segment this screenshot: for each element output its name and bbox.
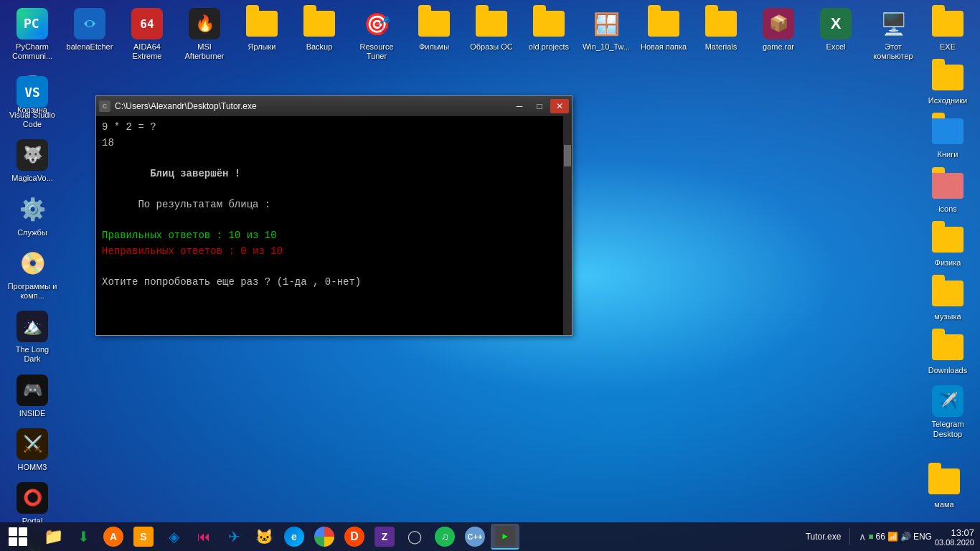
desktop-icon-thedark[interactable]: 🏔️ The Long Dark <box>4 306 61 368</box>
desktop-icon-resource[interactable]: 🎯 Resource Tuner <box>348 4 405 65</box>
cmd-scrollbar[interactable] <box>563 116 572 335</box>
desktop-icon-msi[interactable]: 🔥 MSI Afterburner <box>176 4 233 65</box>
cmd-minimize-button[interactable]: ─ <box>510 99 529 113</box>
svg-text:PC: PC <box>24 16 39 31</box>
cmd-window[interactable]: C C:\Users\Alexandr\Desktop\Tutor.exe ─ … <box>95 95 573 336</box>
cmd-line-correct: Правильных ответов : 10 из 10 <box>102 229 566 243</box>
icon-label-thedark: The Long Dark <box>6 345 58 364</box>
tray-network[interactable]: 📶 <box>887 532 898 542</box>
cmd-scrollbar-thumb <box>564 145 571 166</box>
desktop-icon-sources[interactable]: Исходники <box>919 57 976 110</box>
desktop-icon-gamenar[interactable]: 📦 game.rar <box>750 4 807 65</box>
icon-label-programs: Программы и комп... <box>6 282 58 301</box>
desktop-icon-homm3[interactable]: ⚔️ HOMM3 <box>4 424 61 476</box>
cmd-line-wrong: Неправильных ответов : 0 из 10 <box>102 245 566 259</box>
taskbar-item-app1[interactable]: ◯ <box>400 524 429 550</box>
desktop-icon-mama[interactable]: мама <box>915 461 973 514</box>
taskbar-item-edge[interactable]: e <box>280 524 308 550</box>
taskbar-item-media[interactable]: ⏮ <box>189 524 218 550</box>
taskbar-item-foobar[interactable]: 🐱 <box>250 524 278 550</box>
tray-up-arrow[interactable]: ∧ <box>859 531 866 542</box>
cmd-controls: ─ □ ✕ <box>510 99 569 113</box>
desktop-icon-services[interactable]: ⚙️ Службы <box>4 189 61 242</box>
start-sq-4 <box>19 537 27 546</box>
icon-label-downloads: Downloads <box>928 366 967 375</box>
icon-label-msi: MSI Afterburner <box>179 42 230 61</box>
icon-label-books: Книги <box>938 150 958 159</box>
icon-label-old-proj: old projects <box>529 42 569 52</box>
taskbar-item-zeal[interactable]: Z <box>370 524 399 550</box>
tray-volume[interactable]: 🔊 <box>900 532 911 542</box>
cmd-line-retry: Хотите попробовать еще раз ? (1-да , 0-н… <box>102 276 566 290</box>
icon-label-homm3: HOMM3 <box>18 463 47 472</box>
desktop-icon-mama-wrapper: мама <box>915 461 973 515</box>
desktop-icon-aida64[interactable]: 64 AIDA64 Extreme <box>118 4 176 65</box>
start-sq-3 <box>9 537 17 546</box>
icon-label-films: Фильмы <box>419 42 449 52</box>
icon-label-this-pc: Этот компьютер <box>867 42 919 61</box>
cmd-line-5 <box>102 182 566 197</box>
desktop-icon-old-proj[interactable]: old projects <box>520 4 578 65</box>
start-button[interactable] <box>0 522 36 551</box>
taskbar-item-vscode[interactable]: ◈ <box>159 524 188 550</box>
taskbar-item-telegram[interactable]: ✈ <box>220 524 248 550</box>
taskbar-item-dash[interactable]: D <box>340 524 369 550</box>
taskbar-clock[interactable]: 13:07 03.08.2020 <box>935 527 974 547</box>
desktop-icon-inside[interactable]: 🎮 INSIDE <box>4 370 61 423</box>
svg-point-3 <box>87 21 93 27</box>
taskbar-item-avast[interactable]: A <box>99 524 128 550</box>
cmd-line-2: 18 <box>102 136 566 151</box>
desktop-icon-backup[interactable]: Backup <box>291 4 348 65</box>
desktop-icon-telegram[interactable]: ✈️ Telegram Desktop <box>919 381 976 443</box>
taskbar-item-qb[interactable]: ⬇ <box>69 524 98 550</box>
desktop-icon-vscode[interactable]: VS Visual Studio Code <box>4 72 61 133</box>
desktop-icon-this-pc[interactable]: 🖥️ Этот компьютер <box>864 4 922 65</box>
icon-label-backup: Backup <box>306 42 333 52</box>
desktop-icon-music[interactable]: музыка <box>919 273 976 326</box>
taskbar-item-chrome[interactable] <box>310 524 339 550</box>
taskbar-item-cpp[interactable]: C++ <box>461 524 489 550</box>
desktop-icon-pycharm[interactable]: PC PyCharm Communi... <box>4 4 61 65</box>
desktop-icon-excel[interactable]: X Excel <box>807 4 864 65</box>
start-sq-1 <box>9 527 17 536</box>
taskbar-item-tutor[interactable]: ▶ <box>491 524 519 550</box>
icon-label-sources: Исходники <box>928 96 967 105</box>
taskbar-items: 📁 ⬇ A S ◈ ⏮ ✈ 🐱 e <box>36 524 800 550</box>
taskbar-item-sublime[interactable]: S <box>129 524 158 550</box>
taskbar-date: 03.08.2020 <box>935 538 974 547</box>
cmd-line-1: 9 * 2 = ? <box>102 121 566 135</box>
desktop-icon-books[interactable]: Книги <box>919 111 976 164</box>
desktop-icon-programs[interactable]: 📀 Программы и комп... <box>4 243 61 305</box>
icon-label-icons-folder: icons <box>938 204 957 214</box>
tray-lang[interactable]: ENG <box>913 532 932 542</box>
desktop-icon-new-folder[interactable]: Новая папка <box>635 4 692 65</box>
desktop-icon-downloads[interactable]: Downloads <box>919 327 976 380</box>
taskbar-item-explorer[interactable]: 📁 <box>39 524 67 550</box>
desktop-icon-icons-folder[interactable]: icons <box>919 166 976 218</box>
cmd-title-left: C C:\Users\Alexandr\Desktop\Tutor.exe <box>99 100 257 112</box>
cmd-maximize-button[interactable]: □ <box>530 99 549 113</box>
desktop-icon-exe[interactable]: EXE <box>919 4 976 56</box>
icon-label-magica: MagicaVo... <box>11 174 52 183</box>
taskbar-item-spotify[interactable]: ♫ <box>430 524 459 550</box>
desktop: PC PyCharm Communi... balenaEtcher 64 AI… <box>0 0 980 551</box>
desktop-icon-images[interactable]: Образы ОС <box>463 4 520 65</box>
icon-label-balena: balenaEtcher <box>67 42 113 52</box>
desktop-icon-balena[interactable]: balenaEtcher <box>61 4 118 65</box>
cmd-title-text: C:\Users\Alexandr\Desktop\Tutor.exe <box>115 101 257 111</box>
desktop-icon-shortcuts[interactable]: Ярлыки <box>233 4 291 65</box>
taskbar-right: ∧ ■ 66 📶 🔊 ENG 13:07 03.08.2020 <box>853 527 980 547</box>
desktop-icon-materials[interactable]: Materials <box>692 4 750 65</box>
desktop-icon-win10[interactable]: 🪟 Win_10_Tw... <box>578 4 635 65</box>
desktop-icon-magica[interactable]: 🐺 MagicaVo... <box>4 135 61 187</box>
icon-label-materials: Materials <box>705 42 738 52</box>
cmd-line-7 <box>102 214 566 228</box>
desktop-icon-physics[interactable]: Физика <box>919 220 976 272</box>
desktop-icon-films[interactable]: Фильмы <box>405 4 463 65</box>
taskbar-separator <box>849 528 850 545</box>
icon-label-music: музыка <box>934 312 961 321</box>
cmd-line-9 <box>102 260 566 274</box>
taskbar: 📁 ⬇ A S ◈ ⏮ ✈ 🐱 e <box>0 522 980 551</box>
cmd-line-4: Блиц завершён ! <box>102 167 566 182</box>
cmd-close-button[interactable]: ✕ <box>550 99 569 113</box>
